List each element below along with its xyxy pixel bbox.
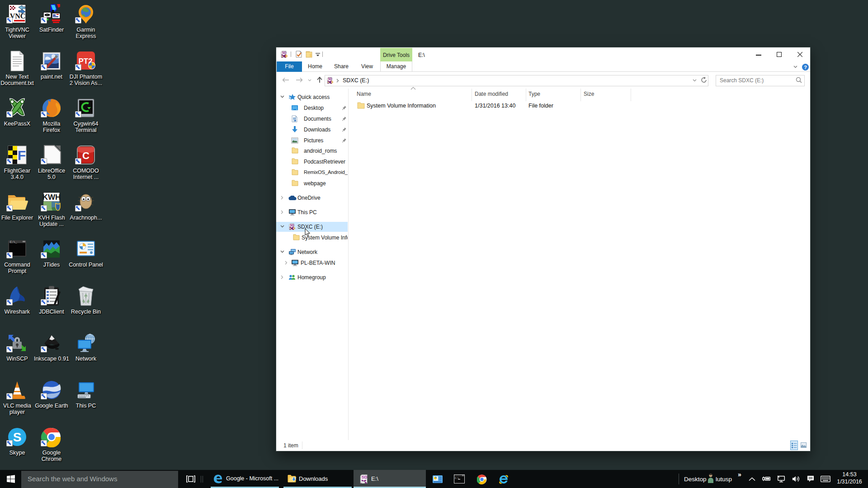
svg-text:SD: SD	[362, 475, 368, 479]
svg-text:SD: SD	[282, 51, 287, 54]
svg-text:SD: SD	[290, 224, 294, 227]
svg-text:F: F	[18, 148, 26, 163]
svg-text:?: ?	[804, 65, 807, 70]
svg-text:C: C	[82, 150, 90, 161]
svg-text:S: S	[13, 430, 22, 444]
svg-text:KWH: KWH	[42, 193, 61, 202]
svg-text:C:\_: C:\_	[10, 241, 17, 244]
svg-text:SD: SD	[328, 77, 332, 80]
